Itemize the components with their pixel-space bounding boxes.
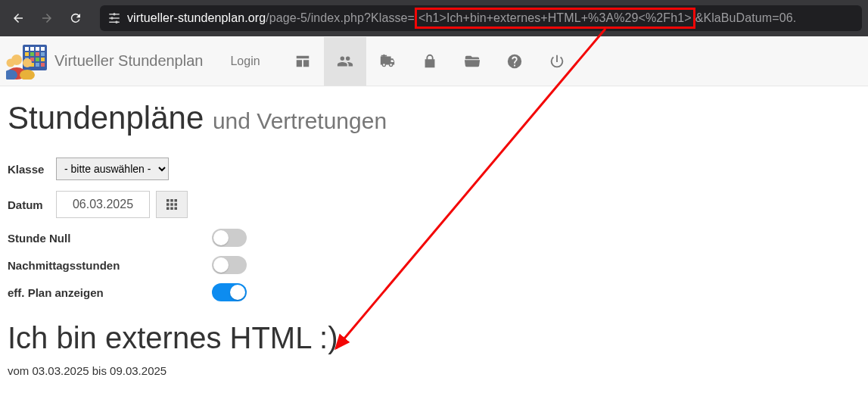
svg-point-30 bbox=[7, 58, 15, 67]
app-logo[interactable] bbox=[6, 43, 48, 80]
svg-rect-40 bbox=[166, 207, 170, 211]
svg-rect-24 bbox=[36, 63, 39, 67]
site-settings-icon bbox=[107, 11, 121, 25]
brand-title[interactable]: Virtueller Stundenplan bbox=[54, 52, 203, 70]
help-icon[interactable] bbox=[493, 37, 536, 86]
svg-rect-14 bbox=[25, 52, 29, 56]
people-icon[interactable] bbox=[324, 37, 366, 86]
main-content: Stundenpläne und Vertretungen Klasse - b… bbox=[0, 86, 868, 385]
url-xss-highlight: <h1>Ich+bin+externes+HTML+%3A%29<%2Fh1> bbox=[415, 8, 695, 29]
url-text: virtueller-stundenplan.org/page-5/index.… bbox=[127, 8, 796, 29]
svg-rect-15 bbox=[30, 52, 34, 56]
date-range-text: vom 03.03.2025 bis 09.03.2025 bbox=[8, 364, 860, 377]
toggle-nachmittag-label: Nachmittagsstunden bbox=[8, 259, 212, 272]
folder-open-icon[interactable] bbox=[451, 37, 493, 86]
svg-rect-11 bbox=[30, 47, 34, 51]
browser-toolbar: virtueller-stundenplan.org/page-5/index.… bbox=[0, 0, 868, 36]
page-subtitle: und Vertretungen bbox=[213, 108, 387, 133]
svg-rect-16 bbox=[36, 52, 39, 56]
svg-rect-6 bbox=[109, 22, 116, 23]
date-picker-button[interactable] bbox=[156, 191, 188, 218]
login-link[interactable]: Login bbox=[221, 55, 269, 68]
lock-icon[interactable] bbox=[409, 37, 451, 86]
toggle-stunde-null-label: Stunde Null bbox=[8, 232, 212, 245]
svg-rect-12 bbox=[36, 47, 39, 51]
svg-rect-35 bbox=[170, 199, 173, 202]
toggle-eff-plan-label: eff. Plan anzeigen bbox=[8, 286, 212, 299]
injected-h1: Ich bin externes HTML :) bbox=[8, 321, 860, 355]
svg-point-28 bbox=[23, 58, 32, 67]
svg-rect-25 bbox=[41, 63, 45, 67]
klasse-select[interactable]: - bitte auswählen - bbox=[56, 158, 169, 180]
toggle-nachmittag[interactable] bbox=[212, 256, 247, 274]
svg-rect-34 bbox=[166, 199, 170, 202]
klasse-label: Klasse bbox=[8, 163, 50, 176]
svg-point-8 bbox=[115, 21, 117, 23]
reload-button[interactable] bbox=[64, 6, 88, 30]
svg-rect-36 bbox=[175, 199, 178, 202]
svg-rect-37 bbox=[166, 203, 170, 206]
forward-button[interactable] bbox=[35, 6, 59, 30]
table-icon[interactable] bbox=[282, 37, 324, 86]
toggle-eff-plan[interactable] bbox=[212, 283, 247, 301]
address-bar[interactable]: virtueller-stundenplan.org/page-5/index.… bbox=[100, 5, 862, 31]
truck-icon[interactable] bbox=[366, 37, 409, 86]
svg-rect-21 bbox=[41, 58, 45, 61]
svg-rect-41 bbox=[170, 207, 173, 211]
svg-point-5 bbox=[110, 17, 113, 19]
svg-rect-13 bbox=[41, 47, 45, 51]
app-header: Virtueller Stundenplan Login bbox=[0, 36, 868, 86]
datum-label: Datum bbox=[8, 198, 50, 211]
page-title: Stundenpläne und Vertretungen bbox=[8, 100, 860, 136]
svg-rect-17 bbox=[41, 52, 45, 56]
toggle-stunde-null[interactable] bbox=[212, 229, 247, 247]
svg-point-2 bbox=[113, 13, 115, 15]
svg-rect-4 bbox=[113, 17, 120, 19]
back-button[interactable] bbox=[6, 6, 30, 30]
power-icon[interactable] bbox=[536, 37, 578, 86]
svg-rect-20 bbox=[36, 58, 39, 61]
svg-rect-33 bbox=[381, 55, 386, 56]
svg-rect-38 bbox=[170, 203, 173, 206]
svg-rect-42 bbox=[175, 207, 178, 211]
svg-rect-10 bbox=[25, 47, 29, 51]
datum-input[interactable] bbox=[56, 191, 150, 218]
svg-rect-39 bbox=[175, 203, 178, 206]
